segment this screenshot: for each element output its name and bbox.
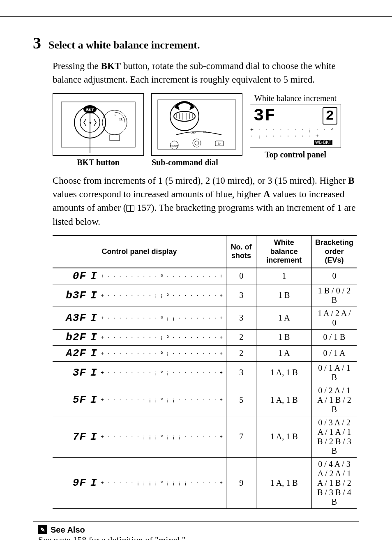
svg-text:▷: ▷ <box>218 142 221 145</box>
see-also-title: See Also <box>51 525 85 535</box>
fig3-caption: Top control panel <box>250 150 341 159</box>
svg-point-12 <box>170 102 199 131</box>
figure-row: BKT ✦ S CL BKT button <box>53 93 359 167</box>
table-row: 9FI+ · · · · · ¡ ¡ ¡ ¡ º ¡ ¡ ¡ ¡ · · · ·… <box>53 457 357 509</box>
svg-text:OFF: OFF <box>191 131 196 134</box>
panel-increment: 2 <box>323 107 337 125</box>
bkt-button-figure: BKT ✦ S CL <box>53 93 144 156</box>
see-also-box: ✎ See Also See page 158 for a definition… <box>33 522 359 540</box>
book-icon <box>126 205 134 212</box>
table-row: A3FI+ · · · · · · · · · º ¡ ¡ · · · · · … <box>53 307 357 329</box>
table-row: 7FI+ · · · · · · ¡ ¡ ¡ º ¡ ¡ ¡ · · · · ·… <box>53 416 357 457</box>
th-control-panel-display: Control panel display <box>53 235 226 268</box>
svg-text:S: S <box>114 113 115 117</box>
paragraph-1: Pressing the BKT button, rotate the sub-… <box>53 59 359 87</box>
svg-text:BKT: BKT <box>86 108 94 112</box>
th-shots: No. ofshots <box>226 235 256 268</box>
th-wb-increment: White balanceincrement <box>256 235 312 268</box>
table-row: A2FI+ · · · · · · · · · º ¡ · · · · · · … <box>53 345 357 361</box>
svg-text:CL: CL <box>119 118 123 121</box>
fig1-caption: BKT button <box>53 157 143 167</box>
svg-text:✦: ✦ <box>88 120 92 125</box>
top-control-panel-figure: 3F 2 + · · · · · · · ¡ · · º · ¡ · · · ·… <box>250 104 341 148</box>
a-label: A <box>263 189 270 199</box>
svg-rect-10 <box>110 135 120 141</box>
table-row: b2FI+ · · · · · · · · · ¡ º · · · · · · … <box>53 329 357 345</box>
svg-point-25 <box>195 141 199 145</box>
panel-scale: + · · · · · · · ¡ · · º · ¡ · · · · · · … <box>250 127 341 139</box>
table-row: b3FI+ · · · · · · · · ¡ ¡ º · · · · · · … <box>53 284 357 307</box>
table-row: 5FI+ · · · · · · · ¡ ¡ º ¡ ¡ · · · · · ·… <box>53 384 357 416</box>
svg-text:ON: ON <box>203 130 207 134</box>
bkt-label: BKT <box>101 61 121 71</box>
sub-command-dial-figure: OFF ON ▷ MODE <box>151 93 242 156</box>
wb-bkt-badge: WB-BKT <box>314 140 332 145</box>
table-row: 3FI+ · · · · · · · · ¡ º ¡ · · · · · · ·… <box>53 361 357 384</box>
text: Pressing the <box>53 61 101 71</box>
svg-rect-11 <box>158 100 236 149</box>
paragraph-2: Choose from increments of 1 (5 mired), 2… <box>53 174 359 228</box>
th-bracketing-order: Bracketing order (EVs) <box>311 235 357 268</box>
svg-point-24 <box>193 139 201 147</box>
fig3-top-label: White balance increment <box>254 93 337 103</box>
see-also-body: See page 158 for a definition of "mired.… <box>38 535 354 540</box>
text: values correspond to increased amounts o… <box>53 189 263 199</box>
svg-text:MODE: MODE <box>170 144 179 148</box>
panel-seg: 3F <box>254 106 276 126</box>
svg-point-13 <box>174 111 195 121</box>
b-label: B <box>348 175 354 186</box>
text: Choose from increments of 1 (5 mired), 2… <box>53 175 348 186</box>
table-row: 0FI+ · · · · · · · · · º · · · · · · · ·… <box>53 268 357 284</box>
bracketing-table: Control panel display No. ofshots White … <box>53 235 357 509</box>
fig2-caption: Sub-command dial <box>152 157 242 167</box>
svg-rect-0 <box>61 102 135 147</box>
step-number: 3 <box>33 33 41 53</box>
pencil-icon: ✎ <box>38 525 47 534</box>
step-title: Select a white balance increment. <box>48 39 200 51</box>
